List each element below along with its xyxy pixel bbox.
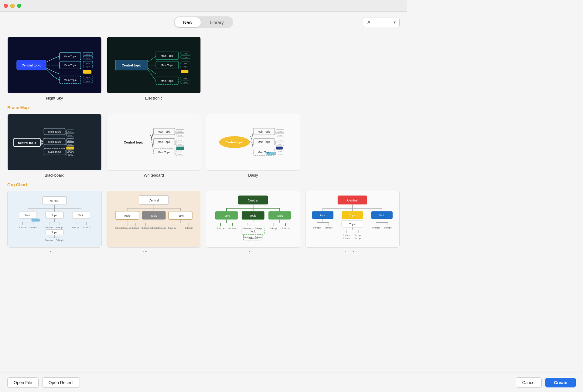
svg-text:Subtopic: Subtopic	[355, 237, 362, 240]
tab-new[interactable]: New	[175, 17, 201, 27]
template-prairie[interactable]: Central Topic Topic Topic	[206, 191, 300, 252]
svg-text:topic: topic	[86, 81, 90, 83]
svg-text:Topic: Topic	[250, 230, 256, 233]
template-whiteboard[interactable]: Central topic Main Topic topic topic	[107, 114, 201, 177]
svg-text:Subtopic: Subtopic	[158, 227, 166, 229]
svg-text:Subtopic: Subtopic	[150, 227, 158, 229]
svg-text:topic: topic	[278, 130, 282, 132]
night-sky-label: Night Sky	[46, 96, 63, 100]
svg-text:Main Topic: Main Topic	[161, 64, 173, 67]
svg-text:Main Topic: Main Topic	[64, 55, 77, 58]
svg-text:Subtopic: Subtopic	[384, 227, 392, 229]
minimize-button[interactable]: –	[10, 4, 15, 8]
svg-text:Subtopic: Subtopic	[82, 226, 90, 229]
toy-brick-thumb: Central Topic Topic Topic	[305, 191, 400, 248]
template-daisy[interactable]: Central topic Main Topic topic topic	[206, 114, 300, 177]
svg-text:Topic: Topic	[320, 214, 326, 217]
svg-text:topic: topic	[178, 134, 182, 136]
svg-text:Subtopic: Subtopic	[123, 227, 131, 229]
filter-select[interactable]: All Mind Map Brace Map Org Chart	[363, 18, 400, 27]
svg-text:Subtopic: Subtopic	[281, 227, 290, 230]
svg-text:Main Topic: Main Topic	[158, 130, 171, 133]
svg-rect-128	[32, 219, 40, 222]
svg-text:topic: topic	[278, 144, 282, 145]
svg-text:Subtopic: Subtopic	[255, 236, 263, 238]
svg-text:Central topic: Central topic	[122, 63, 141, 67]
svg-text:Subtopic: Subtopic	[343, 234, 350, 237]
prairie-label: Prairie	[247, 250, 259, 252]
svg-text:Subtopic: Subtopic	[243, 236, 251, 238]
champagne-thumb: Central Topic Topic Topic	[107, 191, 201, 248]
svg-text:Main Topic: Main Topic	[258, 151, 271, 154]
svg-text:Subtopic: Subtopic	[45, 226, 53, 229]
template-electronic[interactable]: Central topic Main Topic topic topic	[107, 37, 201, 100]
svg-text:Subtopic: Subtopic	[216, 227, 225, 230]
svg-text:Topic: Topic	[276, 214, 283, 217]
svg-text:topic: topic	[178, 154, 182, 155]
tab-group: New Library	[174, 16, 233, 28]
svg-text:Central topic: Central topic	[225, 140, 244, 144]
svg-text:Main Topic: Main Topic	[64, 79, 77, 82]
template-night-sky[interactable]: Central topic Main Topic topic topic Mai…	[7, 37, 102, 100]
svg-text:topic: topic	[278, 134, 282, 136]
header: New Library All Mind Map Brace Map Org C…	[0, 12, 407, 33]
svg-rect-70	[107, 114, 201, 170]
svg-text:Subtopic: Subtopic	[270, 227, 278, 230]
svg-text:Subtopic: Subtopic	[115, 227, 123, 229]
svg-text:topic: topic	[184, 56, 187, 58]
svg-text:Main Topic: Main Topic	[161, 54, 173, 57]
svg-text:Topic: Topic	[349, 223, 356, 226]
electronic-thumb: Central topic Main Topic topic topic	[107, 37, 201, 93]
svg-text:Topic: Topic	[151, 214, 157, 217]
svg-text:Subtopic: Subtopic	[255, 227, 263, 230]
svg-text:Subtopic: Subtopic	[131, 227, 140, 229]
svg-text:topic: topic	[68, 134, 72, 136]
template-blackboard[interactable]: Central topic Main Topic topic topic M	[7, 114, 102, 177]
maximize-button[interactable]: +	[17, 4, 21, 8]
svg-text:Topic: Topic	[25, 214, 31, 217]
svg-text:Main Topic: Main Topic	[48, 140, 61, 143]
title-bar: × – +	[0, 0, 407, 12]
svg-text:topic: topic	[68, 153, 72, 155]
svg-text:Topic: Topic	[379, 214, 385, 217]
svg-text:Subtopic: Subtopic	[45, 239, 53, 242]
champagne-label: Champagne	[143, 250, 165, 252]
svg-text:Main Topic: Main Topic	[258, 140, 271, 144]
night-sky-thumb: Central topic Main Topic topic topic Mai…	[7, 37, 102, 93]
svg-text:Subtopic: Subtopic	[29, 226, 37, 229]
svg-text:Subtopic: Subtopic	[19, 226, 27, 229]
svg-text:topic: topic	[184, 52, 187, 54]
svg-text:topic: topic	[184, 62, 187, 64]
simple-label: Simple	[49, 250, 61, 252]
svg-text:Central: Central	[50, 199, 59, 203]
svg-text:Topic: Topic	[223, 214, 230, 217]
svg-text:Subtopic: Subtopic	[343, 237, 350, 240]
svg-text:Topic: Topic	[124, 214, 131, 217]
tab-library[interactable]: Library	[201, 17, 232, 27]
svg-text:Main Topic: Main Topic	[158, 150, 171, 154]
close-button[interactable]: ×	[4, 4, 8, 8]
org-chart-section-label: Org Chart	[7, 182, 400, 187]
blackboard-label: Blackboard	[45, 173, 64, 177]
org-chart-grid: Central Topic Topic Topic	[7, 191, 400, 252]
svg-text:topic: topic	[278, 140, 282, 142]
content-area: Central topic Main Topic topic topic Mai…	[0, 33, 407, 252]
template-simple[interactable]: Central Topic Topic Topic	[7, 191, 102, 252]
svg-text:topic: topic	[184, 66, 187, 68]
svg-text:Central: Central	[148, 198, 159, 202]
template-champagne[interactable]: Central Topic Topic Topic	[107, 191, 201, 252]
whiteboard-thumb: Central topic Main Topic topic topic	[107, 114, 201, 171]
svg-text:topic: topic	[86, 77, 90, 79]
svg-text:Topic: Topic	[250, 214, 257, 217]
svg-text:Central topic: Central topic	[18, 141, 36, 144]
daisy-thumb: Central topic Main Topic topic topic	[206, 114, 300, 171]
filter-wrapper: All Mind Map Brace Map Org Chart ▼	[363, 18, 400, 27]
svg-text:Subtopic: Subtopic	[56, 239, 64, 242]
mind-map-dark-grid: Central topic Main Topic topic topic Mai…	[7, 37, 400, 100]
svg-text:Subtopic: Subtopic	[313, 227, 321, 229]
template-toy-brick[interactable]: Central Topic Topic Topic	[305, 191, 400, 252]
svg-text:topic: topic	[178, 144, 182, 145]
svg-text:Subtopic: Subtopic	[243, 227, 251, 230]
svg-text:topic: topic	[68, 150, 72, 151]
svg-text:Subtopic: Subtopic	[325, 227, 332, 229]
